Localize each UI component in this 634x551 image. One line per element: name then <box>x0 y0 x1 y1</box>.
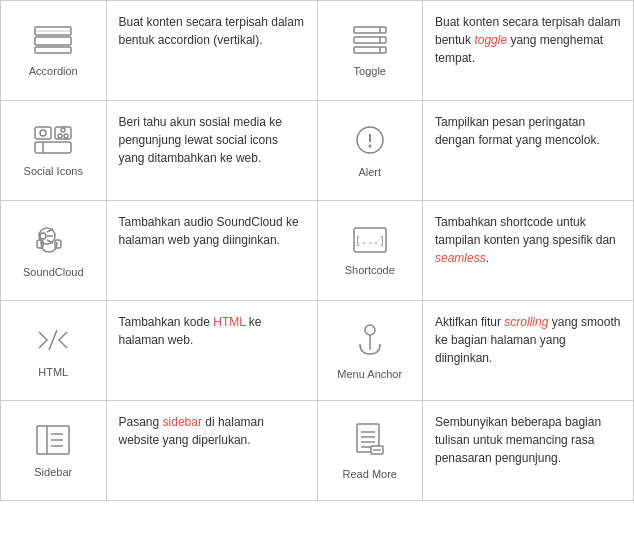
toggle-icon-box: Toggle <box>352 25 388 77</box>
menu-anchor-icon-box: Menu Anchor <box>337 322 402 380</box>
menu-anchor-cell: Menu Anchor <box>318 301 424 401</box>
svg-rect-16 <box>35 142 71 153</box>
toggle-desc-text: Buat konten secara terpisah dalam bentuk… <box>435 13 621 67</box>
soundcloud-desc-text: Tambahkan audio SoundCloud ke halaman we… <box>119 213 305 249</box>
shortcode-icon-box: [...] Shortcode <box>345 226 395 276</box>
alert-desc-text: Tampilkan pesan peringatan dengan format… <box>435 113 621 149</box>
html-desc-text: Tambahkan kode HTML ke halaman web. <box>119 313 305 349</box>
accordion-label: Accordion <box>29 65 78 77</box>
social-icons-icon-box: Social Icons <box>24 125 83 177</box>
svg-rect-27 <box>55 240 61 248</box>
shortcode-icon: [...] <box>352 226 388 254</box>
soundcloud-label: SoundCloud <box>23 266 84 278</box>
read-more-desc-text: Sembunyikan beberapa bagian tulisan untu… <box>435 413 621 467</box>
social-icons-icon <box>33 125 73 155</box>
svg-rect-4 <box>354 27 386 33</box>
social-icons-label: Social Icons <box>24 165 83 177</box>
sidebar-desc: Pasang sidebar di halaman website yang d… <box>107 401 318 501</box>
html-icon-box: HTML <box>35 324 71 378</box>
shortcode-desc: Tambahkan shortcode untuk tampilan konte… <box>423 201 634 301</box>
read-more-icon <box>353 422 387 458</box>
sidebar-cell: Sidebar <box>1 401 107 501</box>
accordion-cell: Accordion <box>1 1 107 101</box>
social-icons-desc: Beri tahu akun sosial media ke pengunjun… <box>107 101 318 201</box>
svg-point-12 <box>40 130 46 136</box>
svg-point-13 <box>61 128 65 132</box>
shortcode-label: Shortcode <box>345 264 395 276</box>
svg-point-20 <box>368 144 371 147</box>
html-link: HTML <box>213 315 245 329</box>
svg-rect-2 <box>35 37 71 45</box>
sidebar-link: sidebar <box>163 415 202 429</box>
toggle-label: Toggle <box>354 65 386 77</box>
alert-icon <box>354 124 386 156</box>
alert-desc: Tampilkan pesan peringatan dengan format… <box>423 101 634 201</box>
accordion-icon <box>33 25 73 55</box>
accordion-desc: Buat konten secara terpisah dalam bentuk… <box>107 1 318 101</box>
svg-rect-3 <box>35 47 71 53</box>
alert-icon-box: Alert <box>354 124 386 178</box>
svg-text:[...]: [...] <box>355 235 385 246</box>
read-more-cell: Read More <box>318 401 424 501</box>
sidebar-icon <box>35 424 71 456</box>
social-icons-desc-text: Beri tahu akun sosial media ke pengunjun… <box>119 113 305 167</box>
menu-anchor-label: Menu Anchor <box>337 368 402 380</box>
shortcode-desc-text: Tambahkan shortcode untuk tampilan konte… <box>435 213 621 267</box>
toggle-icon <box>352 25 388 55</box>
sidebar-label: Sidebar <box>34 466 72 478</box>
menu-anchor-desc-text: Aktifkan fitur scrolling yang smooth ke … <box>435 313 621 367</box>
soundcloud-icon <box>33 224 73 256</box>
alert-cell: Alert <box>318 101 424 201</box>
read-more-desc: Sembunyikan beberapa bagian tulisan untu… <box>423 401 634 501</box>
read-more-icon-box: Read More <box>343 422 397 480</box>
svg-point-15 <box>64 134 68 138</box>
soundcloud-icon-box: SoundCloud <box>23 224 84 278</box>
shortcode-cell: [...] Shortcode <box>318 201 424 301</box>
read-more-label: Read More <box>343 468 397 480</box>
svg-rect-8 <box>354 47 386 53</box>
menu-anchor-icon <box>354 322 386 358</box>
accordion-icon-box: Accordion <box>29 25 78 77</box>
svg-line-30 <box>49 330 57 350</box>
sidebar-icon-box: Sidebar <box>34 424 72 478</box>
alert-label: Alert <box>358 166 381 178</box>
widget-grid: Accordion Buat konten secara terpisah da… <box>0 0 634 501</box>
sidebar-desc-text: Pasang sidebar di halaman website yang d… <box>119 413 305 449</box>
svg-point-14 <box>58 134 62 138</box>
svg-rect-11 <box>55 127 71 139</box>
svg-point-22 <box>40 233 46 239</box>
social-icons-cell: Social Icons <box>1 101 107 201</box>
svg-rect-6 <box>354 37 386 43</box>
menu-anchor-desc: Aktifkan fitur scrolling yang smooth ke … <box>423 301 634 401</box>
toggle-cell: Toggle <box>318 1 424 101</box>
html-cell: HTML <box>1 301 107 401</box>
soundcloud-cell: SoundCloud <box>1 201 107 301</box>
soundcloud-desc: Tambahkan audio SoundCloud ke halaman we… <box>107 201 318 301</box>
toggle-desc: Buat konten secara terpisah dalam bentuk… <box>423 1 634 101</box>
accordion-desc-text: Buat konten secara terpisah dalam bentuk… <box>119 13 305 49</box>
html-desc: Tambahkan kode HTML ke halaman web. <box>107 301 318 401</box>
html-icon <box>35 324 71 356</box>
html-label: HTML <box>38 366 68 378</box>
svg-rect-10 <box>35 127 51 139</box>
svg-point-31 <box>365 325 375 335</box>
